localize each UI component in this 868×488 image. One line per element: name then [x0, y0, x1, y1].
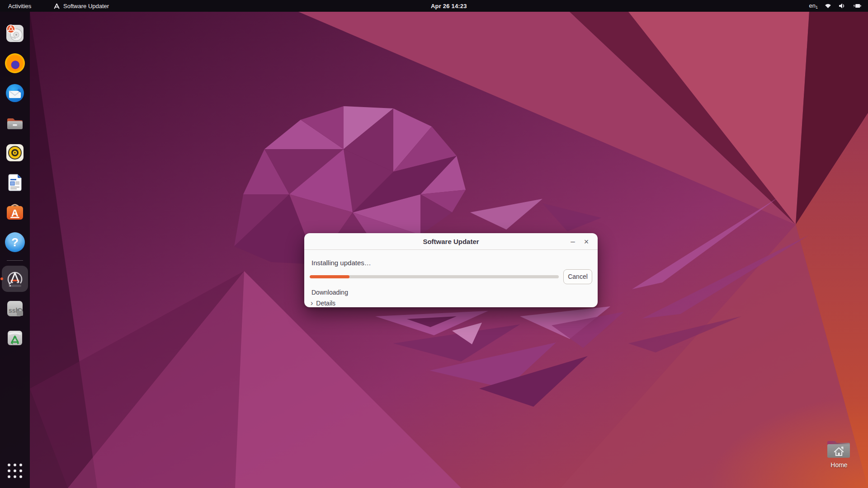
top-bar: Activities Software Updater Apr 26 14:23… [0, 0, 868, 12]
ubuntu-disk-icon [5, 23, 25, 43]
dialog-body: Installing updates… Cancel Downloading ›… [304, 250, 598, 307]
minimize-button[interactable]: – [567, 236, 579, 248]
activities-label: Activities [8, 3, 31, 9]
software-updater-dock-icon [5, 269, 25, 289]
system-status-menu[interactable]: en1 [806, 0, 865, 12]
progress-bar [310, 275, 559, 278]
recycle-trash-icon [5, 328, 25, 348]
ubuntu-desktop: Activities Software Updater Apr 26 14:23… [0, 0, 868, 488]
close-icon: × [584, 237, 589, 247]
writer-icon [5, 173, 25, 192]
software-updater-icon [53, 3, 60, 9]
dock-separator [7, 260, 23, 261]
dock-item-firefox[interactable] [4, 52, 26, 74]
dock-item-install-disk[interactable] [4, 23, 26, 44]
dock-item-help[interactable]: ? [4, 231, 26, 253]
home-folder-label: Home [830, 461, 847, 469]
dock: A ? [0, 12, 30, 488]
minimize-icon: – [571, 237, 575, 246]
details-label: Details [316, 300, 335, 307]
volume-icon [838, 2, 846, 9]
activities-button[interactable]: Activities [5, 0, 35, 12]
focused-app-menu[interactable]: Software Updater [50, 0, 113, 12]
dock-item-rhythmbox[interactable] [4, 142, 26, 164]
details-expander[interactable]: › Details [311, 300, 335, 307]
dock-item-thunderbird[interactable] [4, 82, 26, 104]
close-button[interactable]: × [580, 236, 592, 248]
dock-item-ubuntu-software[interactable]: A [4, 202, 26, 223]
chevron-right-icon: › [311, 300, 313, 307]
show-applications-button[interactable] [6, 462, 24, 480]
focused-app-label: Software Updater [63, 3, 109, 9]
clock-button[interactable]: Apr 26 14:23 [427, 0, 471, 12]
dialog-titlebar[interactable]: Software Updater – × [304, 233, 598, 250]
firefox-icon [5, 53, 25, 73]
status-text: Installing updates… [311, 259, 371, 267]
stage-text: Downloading [311, 289, 348, 296]
dock-item-libreoffice-writer[interactable] [4, 172, 26, 193]
desktop-home-folder[interactable]: Home [822, 438, 856, 469]
ssh-askpass-icon: ssh [5, 299, 25, 319]
clock-label: Apr 26 14:23 [431, 3, 467, 9]
dock-item-trash[interactable] [4, 327, 26, 349]
progress-row: Cancel [310, 269, 592, 284]
keyboard-layout-indicator: en1 [809, 0, 818, 12]
running-indicator-dot [0, 277, 3, 280]
rhythmbox-icon [5, 143, 25, 163]
dock-item-ssh-askpass[interactable]: ssh [4, 298, 26, 319]
cancel-button[interactable]: Cancel [563, 269, 592, 284]
wifi-icon [824, 2, 832, 9]
ubuntu-software-icon: A [5, 202, 25, 222]
dialog-title: Software Updater [423, 238, 479, 245]
progress-fill [310, 275, 349, 278]
dock-item-software-updater[interactable] [2, 266, 28, 292]
battery-charging-icon [852, 2, 862, 9]
help-icon: ? [5, 232, 25, 252]
files-folder-icon [5, 113, 25, 133]
home-folder-icon [826, 438, 852, 459]
software-updater-window: Software Updater – × Installing updates…… [304, 233, 598, 307]
dock-item-files[interactable] [4, 112, 26, 134]
thunderbird-icon [5, 83, 25, 103]
